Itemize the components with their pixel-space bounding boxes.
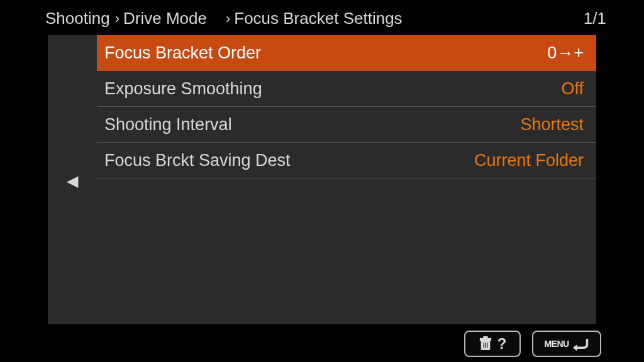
delete-help-button[interactable]: ?: [464, 331, 521, 357]
menu-item-saving-dest[interactable]: Focus Brckt Saving Dest Current Folder: [97, 143, 596, 178]
page-indicator: 1/1: [584, 9, 606, 28]
breadcrumb-level-2[interactable]: Drive Mode: [123, 9, 207, 28]
menu-item-shooting-interval[interactable]: Shooting Interval Shortest: [97, 107, 596, 143]
chevron-right-icon: ›: [226, 11, 230, 27]
nav-left-icon[interactable]: ◀: [67, 172, 78, 190]
menu-item-value: 0→+: [547, 43, 584, 63]
menu-item-focus-bracket-order[interactable]: Focus Bracket Order 0→+: [97, 35, 596, 71]
menu-item-value: Off: [561, 79, 584, 99]
left-nav-gutter: ◀: [48, 35, 97, 324]
breadcrumb-level-1[interactable]: Shooting: [45, 9, 110, 28]
menu-label: MENU: [544, 339, 569, 349]
menu-item-label: Exposure Smoothing: [104, 79, 262, 99]
breadcrumb: Shooting › Drive Mode › Focus Bracket Se…: [0, 0, 644, 33]
settings-list: Focus Bracket Order 0→+ Exposure Smoothi…: [97, 35, 596, 324]
back-arrow-icon: [572, 336, 589, 351]
menu-item-exposure-smoothing[interactable]: Exposure Smoothing Off: [97, 71, 596, 107]
menu-item-label: Focus Bracket Order: [104, 43, 261, 63]
menu-item-value: Current Folder: [474, 151, 584, 170]
svg-rect-2: [484, 337, 487, 339]
menu-back-button[interactable]: MENU: [532, 331, 601, 357]
menu-panel: ◀ Focus Bracket Order 0→+ Exposure Smoot…: [48, 35, 596, 324]
menu-item-value: Shortest: [520, 115, 584, 134]
chevron-right-icon: ›: [115, 11, 119, 27]
footer-controls: ? MENU: [464, 331, 601, 357]
menu-item-label: Shooting Interval: [104, 115, 232, 134]
menu-item-label: Focus Brckt Saving Dest: [104, 151, 291, 170]
breadcrumb-path: Shooting › Drive Mode › Focus Bracket Se…: [45, 9, 404, 28]
breadcrumb-level-3: Focus Bracket Settings: [234, 9, 402, 28]
help-label: ?: [497, 335, 507, 353]
trash-icon: [479, 336, 492, 351]
